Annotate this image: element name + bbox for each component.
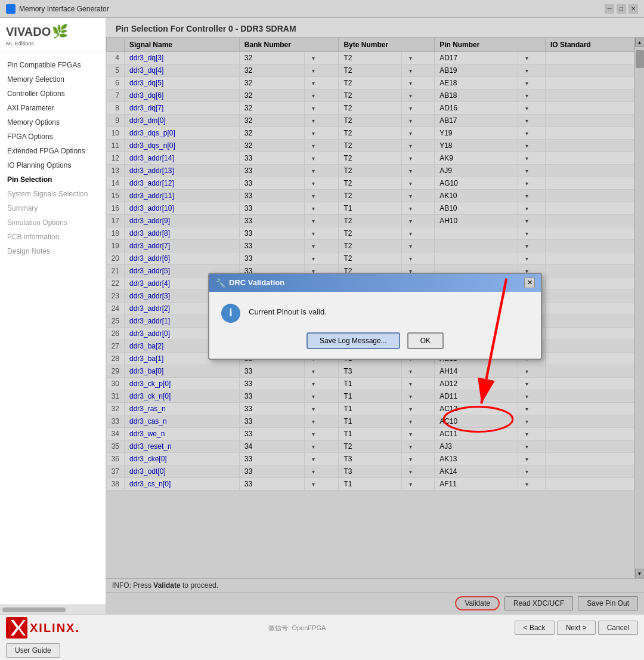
dialog-overlay: 🔧 DRC Validation ✕ i Current Pinout is v… (106, 18, 644, 614)
sidebar-item-summary[interactable]: Summary (0, 201, 106, 215)
minimize-button[interactable]: ─ (605, 4, 614, 14)
xilinx-logo: XILINX. (6, 617, 80, 639)
xilinx-x-icon (8, 619, 26, 637)
app-window: Memory Interface Generator ─ □ ✕ VIVADO … (0, 0, 644, 660)
sidebar-item-pin-compatible[interactable]: Pin Compatible FPGAs (0, 58, 106, 72)
sidebar-scroll-thumb (2, 607, 66, 612)
window-controls: ─ □ ✕ (605, 4, 638, 14)
nav-list: Pin Compatible FPGAs Memory Selection Co… (0, 53, 106, 605)
user-guide-button[interactable]: User Guide (6, 643, 60, 658)
sidebar-item-pin-selection[interactable]: Pin Selection (0, 172, 106, 187)
title-bar-left: Memory Interface Generator (6, 4, 109, 14)
content-area: Pin Selection For Controller 0 - DDR3 SD… (106, 18, 644, 614)
save-log-button[interactable]: Save Log Message... (306, 332, 400, 349)
dialog-body: i Current Pinout is valid. (209, 292, 541, 332)
dialog-buttons: Save Log Message... OK (209, 332, 541, 359)
sidebar-item-fpga-options[interactable]: FPGA Options (0, 129, 106, 144)
svg-marker-3 (11, 620, 26, 636)
logo-area: VIVADO 🌿 ML Editions (0, 18, 106, 53)
sidebar-scroll[interactable] (0, 605, 106, 614)
next-button[interactable]: Next > (557, 621, 596, 635)
sidebar: VIVADO 🌿 ML Editions Pin Compatible FPGA… (0, 18, 106, 614)
close-button[interactable]: ✕ (628, 4, 638, 14)
window-title: Memory Interface Generator (19, 5, 109, 13)
sidebar-item-axi-parameter[interactable]: AXI Parameter (0, 101, 106, 115)
app-icon (6, 4, 16, 14)
sidebar-item-simulation[interactable]: Simulation Options (0, 215, 106, 230)
sidebar-item-design-notes[interactable]: Design Notes (0, 244, 106, 258)
dialog-title: DRC Validation (229, 278, 284, 287)
vivado-leaf-icon: 🌿 (52, 24, 68, 39)
wechat-watermark: 微信号: OpenFPGA (268, 624, 326, 633)
dialog-message: Current Pinout is valid. (249, 304, 327, 316)
vivado-logo: VIVADO 🌿 ML Editions (6, 24, 100, 47)
sidebar-item-memory-selection[interactable]: Memory Selection (0, 72, 106, 87)
user-guide-row: User Guide (0, 641, 644, 660)
dialog-info-icon: i (221, 304, 240, 323)
sidebar-item-system-signals[interactable]: System Signals Selection (0, 187, 106, 201)
dialog-close-button[interactable]: ✕ (524, 277, 535, 288)
xilinx-text: XILINX. (30, 621, 80, 635)
vivado-ml-label: ML Editions (6, 41, 100, 47)
bottom-section: XILINX. 微信号: OpenFPGA < Back Next > Canc… (0, 614, 644, 660)
sidebar-item-memory-options[interactable]: Memory Options (0, 115, 106, 129)
sidebar-item-extended-fpga[interactable]: Extended FPGA Options (0, 144, 106, 158)
sidebar-item-controller-options[interactable]: Controller Options (0, 87, 106, 101)
dialog-ok-button[interactable]: OK (407, 332, 444, 349)
back-button[interactable]: < Back (515, 621, 555, 635)
title-bar: Memory Interface Generator ─ □ ✕ (0, 0, 644, 18)
vivado-name: VIVADO (6, 26, 51, 38)
sidebar-item-io-planning[interactable]: IO Planning Options (0, 158, 106, 172)
svg-point-2 (444, 407, 512, 432)
sidebar-item-pcb-info[interactable]: PCB information (0, 230, 106, 244)
dialog-title-bar: 🔧 DRC Validation ✕ (209, 274, 541, 292)
dialog-box: 🔧 DRC Validation ✕ i Current Pinout is v… (208, 273, 542, 360)
cancel-button[interactable]: Cancel (598, 621, 638, 635)
nav-buttons: < Back Next > Cancel (515, 621, 638, 635)
maximize-button[interactable]: □ (617, 4, 626, 14)
main-content: VIVADO 🌿 ML Editions Pin Compatible FPGA… (0, 18, 644, 614)
